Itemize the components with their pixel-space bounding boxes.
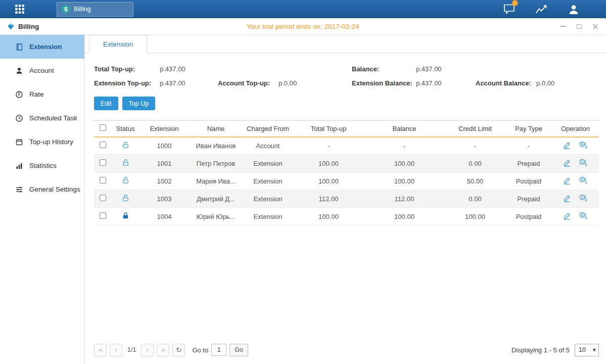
cell-balance: 100.00 bbox=[364, 155, 445, 172]
row-checkbox[interactable] bbox=[100, 159, 106, 166]
status-unlocked-icon bbox=[122, 176, 129, 184]
cell-total-topup: 112.00 bbox=[293, 190, 364, 208]
col-header-extension: Extension bbox=[139, 121, 189, 137]
cell-name: Юрий Юрь... bbox=[189, 208, 243, 225]
clock-icon bbox=[15, 114, 23, 122]
goto-page-input[interactable] bbox=[211, 344, 226, 356]
window-title-text: Billing bbox=[18, 23, 39, 30]
trial-notice: Your trial period ends on: 2017-02-24 bbox=[0, 23, 606, 30]
table-row: 1000 Иван Иванов Account - - - - $ bbox=[94, 137, 599, 155]
bar-chart-icon bbox=[15, 162, 23, 170]
cell-balance: 100.00 bbox=[364, 208, 445, 225]
table-row: 1001 Петр Петров Extension 100.00 100.00… bbox=[94, 155, 599, 172]
cell-name: Петр Петров bbox=[189, 155, 243, 172]
cell-charged-from: Extension bbox=[243, 172, 293, 190]
notifications-icon[interactable]: ! bbox=[502, 3, 516, 16]
cell-total-topup: 100.00 bbox=[293, 172, 364, 190]
rate-circle-icon: R bbox=[15, 90, 23, 99]
last-page-icon[interactable]: » bbox=[157, 344, 169, 356]
topup-icon[interactable]: $ bbox=[579, 212, 588, 220]
topup-icon[interactable]: $ bbox=[579, 141, 588, 149]
topbar-tab-billing[interactable]: $ Billing bbox=[57, 2, 133, 17]
edit-button[interactable]: Edit bbox=[94, 97, 118, 110]
col-header-name: Name bbox=[189, 121, 243, 137]
cell-balance: 112.00 bbox=[364, 190, 445, 208]
sidebar-item-label: Top-up History bbox=[29, 138, 73, 146]
minimize-icon[interactable] bbox=[560, 23, 567, 30]
maximize-icon[interactable] bbox=[576, 23, 583, 30]
sidebar-item-scheduled-task[interactable]: Scheduled Task bbox=[0, 106, 84, 130]
cell-total-topup: 100.00 bbox=[293, 208, 364, 225]
topup-icon[interactable]: $ bbox=[579, 194, 588, 202]
sidebar-item-general-settings[interactable]: General Settings bbox=[0, 177, 84, 201]
close-icon[interactable]: × bbox=[592, 23, 599, 30]
pagination-right: Displaying 1 - 5 of 5 10 ▼ bbox=[511, 344, 599, 356]
topup-icon[interactable]: $ bbox=[579, 159, 588, 167]
cell-name: Дмитрий Д... bbox=[189, 190, 243, 208]
table-row: 1002 Мария Ива... Extension 100.00 100.0… bbox=[94, 172, 599, 190]
select-all-checkbox[interactable] bbox=[100, 124, 106, 131]
edit-icon[interactable] bbox=[563, 159, 571, 167]
apps-grid-icon[interactable] bbox=[12, 2, 27, 17]
cell-credit-limit: 0.00 bbox=[445, 190, 505, 208]
first-page-icon[interactable]: « bbox=[94, 344, 107, 356]
topbar: $ Billing ! bbox=[0, 0, 606, 18]
page-indicator: 1/1 bbox=[127, 346, 136, 353]
status-unlocked-icon bbox=[122, 159, 129, 166]
sidebar-item-account[interactable]: Account bbox=[0, 59, 84, 82]
sidebar-item-rate[interactable]: R Rate bbox=[0, 82, 84, 106]
summary-value: p.437.00 bbox=[416, 79, 476, 87]
prev-page-icon[interactable]: ‹ bbox=[110, 344, 122, 356]
summary-label: Extension Balance: bbox=[352, 79, 416, 87]
col-header-pay-type: Pay Type bbox=[505, 121, 552, 137]
next-page-icon[interactable]: › bbox=[141, 344, 154, 356]
edit-icon[interactable] bbox=[563, 141, 571, 149]
cell-credit-limit: 0.00 bbox=[445, 155, 505, 172]
summary-value: p.437.00 bbox=[160, 65, 218, 73]
row-checkbox[interactable] bbox=[100, 177, 106, 184]
page-size-select[interactable]: 10 ▼ bbox=[575, 344, 599, 356]
content-area: Total Top-up: p.437.00 Balance: p.437.00… bbox=[85, 53, 606, 364]
main-panel: Extension Total Top-up: p.437.00 Balance… bbox=[85, 35, 606, 364]
top-up-button[interactable]: Top Up bbox=[122, 97, 156, 110]
edit-icon[interactable] bbox=[563, 194, 571, 202]
statistics-chart-icon[interactable] bbox=[534, 3, 548, 16]
summary-label: Extension Top-up: bbox=[94, 79, 160, 87]
cell-balance: 100.00 bbox=[364, 172, 445, 190]
user-account-icon[interactable] bbox=[567, 3, 581, 16]
billing-diamond-icon bbox=[7, 23, 15, 30]
table-row: 1004 Юрий Юрь... Extension 100.00 100.00… bbox=[94, 208, 599, 225]
cell-pay-type: Postpaid bbox=[505, 208, 552, 225]
summary-row-2: Extension Top-up: p.437.00 Account Top-u… bbox=[94, 79, 599, 87]
col-header-total-topup: Total Top-up bbox=[293, 121, 364, 137]
sidebar-item-topup-history[interactable]: Top-up History bbox=[0, 130, 84, 154]
cell-extension: 1003 bbox=[139, 190, 189, 208]
cell-credit-limit: 100.00 bbox=[445, 208, 505, 225]
row-checkbox[interactable] bbox=[100, 212, 106, 219]
extension-table: Status Extension Name Charged From Total… bbox=[94, 120, 599, 225]
sidebar-item-statistics[interactable]: Statistics bbox=[0, 154, 84, 177]
table-row: 1003 Дмитрий Д... Extension 112.00 112.0… bbox=[94, 190, 599, 208]
page-size-value: 10 bbox=[579, 346, 586, 353]
app-window: $ Billing ! Billing Your trial bbox=[0, 0, 606, 364]
status-unlocked-icon bbox=[122, 194, 129, 202]
col-header-status: Status bbox=[111, 121, 139, 137]
action-buttons: Edit Top Up bbox=[94, 97, 599, 110]
row-checkbox[interactable] bbox=[100, 195, 106, 201]
edit-icon[interactable] bbox=[563, 176, 571, 185]
cell-balance: - bbox=[364, 137, 445, 155]
topup-icon[interactable]: $ bbox=[579, 176, 588, 185]
goto-label: Go to bbox=[192, 346, 208, 354]
sidebar-item-extension[interactable]: Extension bbox=[0, 35, 84, 59]
row-checkbox[interactable] bbox=[100, 142, 106, 148]
summary-label: Balance: bbox=[352, 65, 416, 73]
summary-label: Account Top-up: bbox=[218, 79, 278, 87]
cell-credit-limit: - bbox=[445, 137, 505, 155]
refresh-icon[interactable]: ↻ bbox=[172, 344, 185, 356]
tabstrip: Extension bbox=[85, 35, 606, 53]
tab-extension[interactable]: Extension bbox=[89, 35, 147, 53]
edit-icon[interactable] bbox=[563, 212, 571, 220]
go-button[interactable]: Go bbox=[229, 344, 248, 356]
billing-dollar-icon: $ bbox=[62, 5, 70, 13]
sidebar-item-label: Extension bbox=[29, 43, 62, 51]
